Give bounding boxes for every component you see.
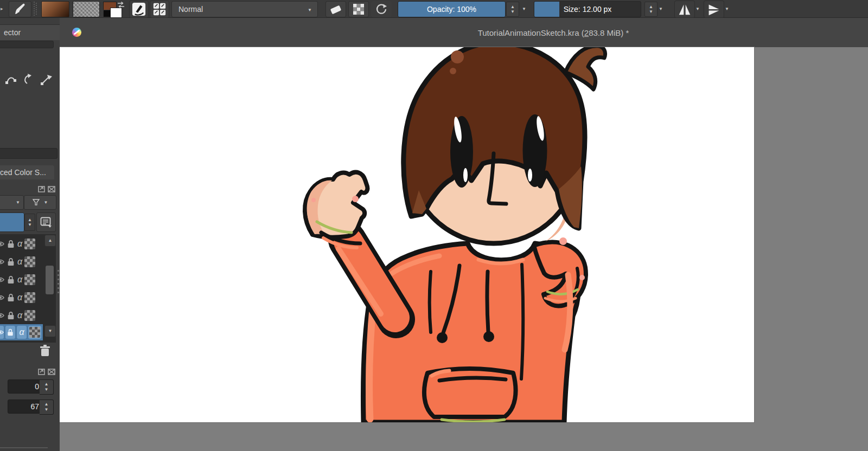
layer-row-selected[interactable]: α — [0, 324, 43, 340]
alpha-lock-icon[interactable]: α — [17, 239, 22, 249]
brush-presets-button[interactable] — [150, 1, 169, 18]
gradient-preview-swatch[interactable] — [41, 1, 69, 17]
toolbar-overflow-icon[interactable]: ▸ — [1, 6, 3, 11]
visibility-eye-icon[interactable] — [0, 259, 4, 265]
color-selector-docker-tab[interactable]: ced Color S... — [0, 165, 54, 179]
mirror-horizontal-chevron-icon[interactable]: ▼ — [695, 7, 700, 11]
layer-filter-dropdown[interactable]: ▼ — [24, 195, 56, 210]
visibility-eye-icon[interactable] — [0, 312, 4, 319]
background-color-swatch[interactable] — [110, 8, 122, 18]
layer-properties-button[interactable] — [36, 212, 56, 232]
layer-opacity-spinner[interactable]: ▲ ▼ — [24, 214, 35, 231]
freehand-brush-tool-button[interactable] — [9, 1, 31, 17]
spin-down-icon: ▼ — [44, 388, 49, 392]
spin-down-icon: ▼ — [28, 223, 32, 227]
toolbar-separator-handle[interactable] — [34, 2, 37, 16]
size-spinner[interactable]: ▲ ▼ — [644, 2, 658, 17]
sketch-dot — [311, 198, 316, 202]
lock-icon[interactable] — [7, 257, 15, 267]
preserve-alpha-button[interactable] — [348, 1, 369, 17]
drawstring-left-tip — [437, 332, 448, 343]
delete-layer-button[interactable] — [36, 343, 53, 358]
properties-list-icon — [40, 217, 52, 228]
docker-tab-selector[interactable]: ector — [0, 24, 60, 40]
visibility-eye-icon[interactable] — [0, 326, 4, 339]
lock-icon[interactable] — [7, 239, 15, 249]
visibility-eye-icon[interactable] — [0, 294, 4, 301]
small-black-swatch[interactable] — [103, 10, 111, 17]
layer-row[interactable]: α — [0, 235, 43, 253]
layer-thumbnail[interactable] — [24, 310, 35, 321]
canvas[interactable] — [60, 47, 754, 422]
visibility-eye-icon[interactable] — [0, 241, 4, 247]
mirror-horizontal-icon — [678, 3, 692, 16]
trash-icon — [39, 344, 51, 357]
mirror-vertical-button[interactable] — [704, 1, 724, 18]
start-frame-spin-buttons[interactable]: ▲ ▼ — [40, 379, 54, 395]
spinbox-value: 67 — [30, 402, 39, 411]
alpha-lock-icon[interactable]: α — [17, 311, 22, 320]
foreground-background-colors[interactable] — [102, 1, 127, 17]
crease-right — [521, 265, 523, 379]
left-eye-highlight-bottom — [463, 168, 468, 182]
mirror-horizontal-button[interactable] — [674, 1, 695, 18]
layer-scroll-down-button[interactable]: ▼ — [44, 325, 56, 337]
alpha-lock-icon[interactable]: α — [17, 293, 22, 302]
layer-thumbnail[interactable] — [28, 326, 41, 339]
eraser-mode-button[interactable] — [326, 1, 346, 17]
layer-thumbnail[interactable] — [24, 256, 35, 267]
layer-thumbnail[interactable] — [24, 292, 35, 303]
alpha-lock-icon[interactable]: α — [17, 257, 22, 267]
layer-row[interactable]: α — [0, 306, 43, 324]
panel-splitter-handle[interactable] — [58, 270, 59, 296]
size-value: Size: 12.00 px — [564, 5, 612, 14]
blending-mode-dropdown[interactable]: Normal ▼ — [171, 1, 318, 17]
right-eye — [523, 114, 547, 187]
sketch-dot — [559, 237, 567, 245]
document-tab[interactable]: TutorialAnimationSketch.kra (283.8 MiB) … — [478, 28, 629, 37]
reload-preset-button[interactable] — [371, 1, 392, 17]
alpha-lock-icon[interactable]: α — [17, 275, 22, 285]
layer-blend-dropdown[interactable]: ▼ — [0, 195, 24, 210]
size-options-chevron-icon[interactable]: ▼ — [659, 7, 663, 11]
end-frame-spinbox[interactable]: 67 — [8, 400, 43, 414]
lock-icon[interactable] — [5, 326, 15, 339]
left-docker-panel: ector ced Color S... — [0, 18, 60, 451]
spin-down-icon: ▼ — [510, 10, 515, 14]
start-frame-spinbox[interactable]: 0 — [8, 379, 43, 394]
pattern-preview-swatch[interactable] — [73, 1, 100, 17]
chevron-down-icon: ▼ — [16, 201, 20, 205]
layer-row[interactable]: α — [0, 253, 43, 270]
lock-icon[interactable] — [7, 293, 15, 302]
visibility-eye-icon[interactable] — [0, 276, 4, 283]
collapsed-widget-bar[interactable] — [0, 41, 54, 48]
lock-icon[interactable] — [7, 311, 15, 320]
head — [404, 47, 605, 243]
edit-brush-settings-button[interactable] — [129, 1, 149, 18]
layer-thumbnail[interactable] — [24, 274, 35, 285]
opacity-spinner[interactable]: ▲ ▼ — [506, 2, 519, 17]
layer-thumbnail[interactable] — [24, 239, 35, 249]
layer-scrollbar-thumb[interactable] — [46, 266, 54, 294]
mirror-vertical-chevron-icon[interactable]: ▼ — [725, 7, 729, 11]
opacity-options-chevron-icon[interactable]: ▼ — [522, 7, 526, 11]
docker-divider — [0, 447, 48, 448]
sketch-dot — [579, 275, 585, 280]
character-artwork — [60, 47, 754, 422]
document-title-accel: 2 — [584, 28, 589, 37]
layer-row[interactable]: α — [0, 270, 43, 288]
drawstring-right — [487, 272, 488, 332]
layer-row[interactable]: α — [0, 288, 43, 306]
lock-icon[interactable] — [7, 275, 15, 285]
docker-tab-label: ector — [4, 28, 21, 37]
alpha-lock-icon[interactable]: α — [17, 326, 27, 339]
end-frame-spin-buttons[interactable]: ▲ ▼ — [40, 400, 54, 415]
opacity-slider[interactable]: Opacity: 100% — [398, 1, 506, 17]
layer-opacity-slider[interactable] — [0, 212, 24, 232]
size-slider[interactable]: Size: 12.00 px — [534, 1, 641, 17]
layer-scroll-up-button[interactable]: ▲ — [44, 235, 56, 247]
collapsed-widget-bar[interactable] — [0, 148, 58, 159]
blending-mode-value: Normal — [178, 5, 203, 14]
presets-grid-icon — [152, 2, 167, 16]
reload-icon — [375, 3, 387, 15]
